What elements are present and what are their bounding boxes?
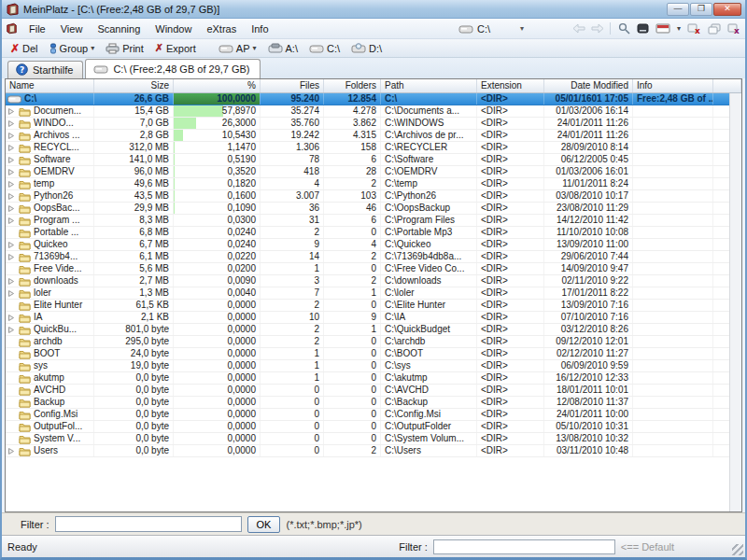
table-row[interactable]: RECYCL...312,0 MB1,14701.306158C:\RECYCL… (6, 142, 741, 154)
table-row[interactable]: OEMDRV96,0 MB0,352041828C:\OEMDRV<DIR>01… (6, 166, 741, 178)
table-row[interactable]: Elite Hunter61,5 KB0,000020C:\Elite Hunt… (6, 300, 741, 312)
close-button[interactable]: ✕ (713, 3, 741, 16)
filter-input[interactable] (55, 516, 242, 532)
table-row[interactable]: BOOT24,0 byte0,000010C:\BOOT<DIR>02/12/2… (6, 348, 741, 360)
expand-icon[interactable] (7, 144, 16, 152)
table-row[interactable]: OutputFol...0,0 byte0,000000C:\OutputFol… (6, 421, 741, 433)
table-row[interactable]: Program ...8,3 MB0,0300316C:\Program Fil… (6, 215, 741, 227)
toolbar-button-del[interactable]: ✗Del (6, 42, 43, 55)
table-row[interactable]: sys19,0 byte0,000010C:\sys<DIR>06/09/201… (6, 360, 741, 372)
folder-icon (19, 410, 31, 420)
table-row[interactable]: Software141,0 MB0,5190786C:\Software<DIR… (6, 154, 741, 166)
vertical-scrollbar[interactable] (729, 93, 741, 511)
toolbar-button-group[interactable]: Group▾ (45, 42, 100, 55)
maximize-button[interactable]: ❐ (690, 3, 712, 16)
expand-icon[interactable] (7, 253, 16, 261)
cell-folders: 0 (324, 360, 381, 371)
cell-name: C:\ (6, 93, 94, 105)
expand-icon[interactable] (7, 180, 16, 189)
table-row[interactable]: Archivos ...2,8 GB10,543019.2424.315C:\A… (6, 130, 741, 142)
column-header-size[interactable]: Size (94, 79, 174, 92)
drive-small-icon (7, 94, 21, 104)
table-row[interactable]: Config.Msi0,0 byte0,000000C:\Config.Msi<… (6, 409, 741, 421)
expand-icon[interactable] (7, 241, 16, 249)
expand-icon[interactable] (7, 277, 16, 286)
table-row[interactable]: System V...0,0 byte0,000000C:\System Vol… (6, 433, 741, 445)
expand-icon[interactable] (7, 192, 16, 201)
cell-size: 0,0 byte (94, 409, 174, 420)
column-header-path[interactable]: Path (381, 79, 477, 92)
cell-folders: 0 (324, 372, 381, 384)
expand-icon[interactable] (7, 217, 16, 225)
table-row[interactable]: temp49,6 MB0,182042C:\temp<DIR>11/01/201… (6, 178, 741, 190)
chevron-down-icon[interactable]: ▾ (677, 24, 681, 33)
table-row[interactable]: archdb295,0 byte0,000020C:\archdb<DIR>09… (6, 336, 741, 348)
filter-ok-button[interactable]: OK (247, 516, 281, 533)
menu-item-extras[interactable]: eXtras (199, 21, 244, 36)
toolbar-button-print[interactable]: Print (101, 42, 148, 55)
search-icon[interactable] (618, 22, 630, 35)
expand-icon[interactable] (7, 168, 16, 176)
filter-label: Filter : (21, 519, 49, 530)
expand-icon[interactable] (7, 314, 16, 322)
table-row[interactable]: OopsBac...29,9 MB0,10903646C:\OopsBackup… (6, 203, 741, 215)
table-row[interactable]: WINDO...7,0 GB26,300035.7603.862C:\WINDO… (6, 118, 741, 130)
cascade-windows-icon[interactable] (708, 23, 721, 35)
menu-item-scanning[interactable]: Scanning (90, 21, 148, 36)
close-window-icon[interactable]: x (687, 23, 701, 35)
drive-selector-combo[interactable]: C:\ ▾ (455, 22, 567, 35)
expand-icon[interactable] (7, 204, 16, 213)
toolbar-button-d-drive[interactable]: D:\ (346, 42, 387, 55)
column-header--[interactable]: % (174, 79, 261, 92)
column-header-info[interactable]: Info (633, 79, 713, 92)
toolbar-button-export[interactable]: ✗Export (150, 42, 201, 55)
toolbar-button-ap-drive[interactable]: AP▾ (214, 42, 261, 55)
table-row[interactable]: Python2643,5 MB0,16003.007103C:\Python26… (6, 190, 741, 203)
column-header-extension[interactable]: Extension (477, 79, 544, 92)
menu-item-file[interactable]: File (21, 21, 53, 36)
column-header-name[interactable]: Name (6, 79, 94, 92)
expand-icon[interactable] (7, 289, 16, 298)
table-row[interactable]: loler1,3 MB0,004071C:\loler<DIR>17/01/20… (6, 287, 741, 300)
table-row[interactable]: downloads2,7 MB0,009032C:\downloads<DIR>… (6, 275, 741, 287)
toolbar-button-label: C:\ (327, 43, 340, 54)
minimize-button[interactable]: — (667, 3, 689, 16)
forward-icon[interactable] (590, 23, 604, 34)
table-row[interactable]: IA2,1 KB0,0000109C:\IA<DIR>07/10/2010 7:… (6, 312, 741, 324)
tab-c-drive[interactable]: C:\ (Free:2,48 GB of 29,7 GB) (85, 59, 260, 78)
resize-grip[interactable] (732, 544, 743, 555)
toolbar-button-c-drive[interactable]: C:\ (304, 42, 345, 55)
menu-item-view[interactable]: View (53, 21, 91, 36)
table-row[interactable]: Portable ...6,8 MB0,024020C:\Portable Mp… (6, 227, 741, 239)
table-row[interactable]: akutmp0,0 byte0,000010C:\akutmp<DIR>16/1… (6, 372, 741, 385)
menu-item-window[interactable]: Window (148, 21, 199, 36)
screenshot-icon[interactable] (637, 23, 649, 34)
expand-icon[interactable] (7, 447, 16, 455)
expand-icon[interactable] (7, 119, 16, 128)
column-header-folders[interactable]: Folders (324, 79, 381, 92)
table-row[interactable]: C:\26,6 GB100,000095.24012.854C:\<DIR>05… (6, 93, 741, 105)
cell-info (633, 385, 713, 396)
close-all-windows-icon[interactable]: x (727, 23, 741, 35)
table-row[interactable]: Users0,0 byte0,000002C:\Users<DIR>03/11/… (6, 445, 741, 457)
flag-icon[interactable] (655, 23, 670, 34)
table-row[interactable]: AVCHD0,0 byte0,000000C:\AVCHD<DIR>18/01/… (6, 385, 741, 397)
menu-item-info[interactable]: Info (244, 21, 275, 36)
table-row[interactable]: QuickBu...801,0 byte0,000021C:\QuickBudg… (6, 324, 741, 336)
table-row[interactable]: Backup0,0 byte0,000000C:\Backup<DIR>12/0… (6, 397, 741, 409)
tab-starthilfe[interactable]: ?Starthilfe (7, 61, 83, 78)
column-header-date-modified[interactable]: Date Modified (544, 79, 633, 92)
table-row[interactable]: Documen...15,4 GB57,897035.2744.278C:\Do… (6, 105, 741, 118)
toolbar-button-a-drive[interactable]: A:\ (263, 42, 303, 55)
expand-icon[interactable] (7, 156, 16, 164)
expand-icon[interactable] (7, 107, 16, 116)
column-header-files[interactable]: Files (261, 79, 324, 92)
status-filter-input[interactable] (433, 539, 615, 554)
table-row[interactable]: Free Vide...5,6 MB0,020010C:\Free Video … (6, 263, 741, 275)
expand-icon[interactable] (7, 132, 16, 140)
table-row[interactable]: 71369b4...6,1 MB0,0220142C:\71369b4db8a.… (6, 251, 741, 263)
expand-icon[interactable] (7, 326, 16, 334)
back-icon[interactable] (572, 23, 586, 34)
table-row[interactable]: Quickeo6,7 MB0,024094C:\Quickeo<DIR>13/0… (6, 239, 741, 251)
folder-icon (19, 337, 31, 347)
